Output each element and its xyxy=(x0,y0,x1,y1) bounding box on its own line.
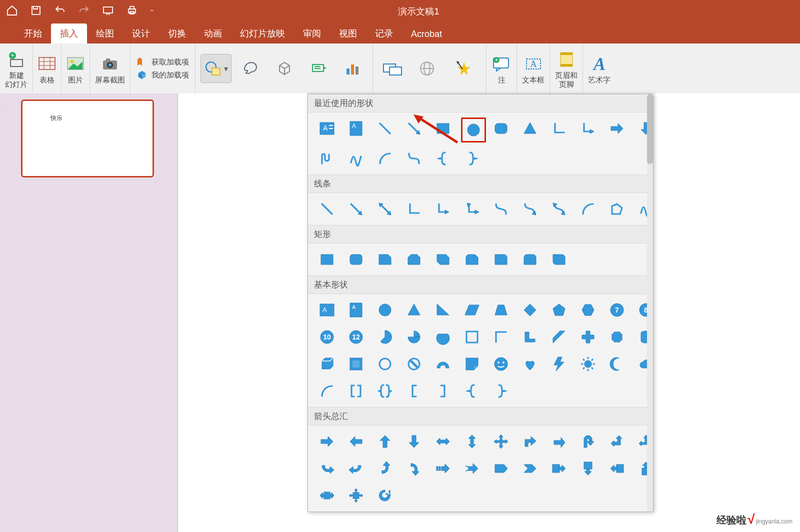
line-elbow-double[interactable] xyxy=(461,198,483,220)
shape-curve[interactable] xyxy=(403,148,425,170)
screenshot-button[interactable]: 屏幕截图 xyxy=(90,44,130,94)
basic-no-symbol[interactable] xyxy=(403,353,425,375)
tab-view[interactable]: 视图 xyxy=(330,24,366,44)
basic-right-triangle[interactable] xyxy=(432,299,454,321)
shape-arc[interactable] xyxy=(374,148,396,170)
line-elbow-arrow[interactable] xyxy=(432,198,454,220)
rect-round1[interactable] xyxy=(490,248,512,270)
arrow-circular[interactable] xyxy=(374,484,396,506)
basic-textbox-v[interactable]: A xyxy=(345,299,367,321)
line-arrow[interactable] xyxy=(345,198,367,220)
3d-models-button[interactable] xyxy=(270,54,300,82)
basic-block-arc[interactable] xyxy=(432,353,454,375)
save-icon[interactable] xyxy=(30,4,42,18)
tab-draw[interactable]: 绘图 xyxy=(87,24,123,44)
my-addins-button[interactable]: 我的加载项 xyxy=(136,70,189,80)
basic-brace-left[interactable] xyxy=(461,380,483,402)
redo-icon[interactable] xyxy=(78,4,90,18)
table-button[interactable]: 表格 xyxy=(33,44,62,94)
basic-half-frame[interactable] xyxy=(490,326,512,348)
arrow-right[interactable] xyxy=(316,430,338,452)
basic-textbox-h[interactable]: A xyxy=(316,299,338,321)
dropdown-scrollbar[interactable] xyxy=(647,94,653,512)
tab-acrobat[interactable]: Acrobat xyxy=(402,25,451,44)
arrow-callout-left[interactable] xyxy=(606,458,628,480)
shape-triangle[interactable] xyxy=(519,118,541,140)
line-elbow[interactable] xyxy=(403,198,425,220)
line-curve[interactable] xyxy=(577,198,599,220)
arrow-leftright[interactable] xyxy=(432,430,454,452)
basic-can[interactable] xyxy=(635,326,657,348)
line-double-arrow[interactable] xyxy=(374,198,396,220)
arrow-bent-up[interactable] xyxy=(548,430,570,452)
new-slide-button[interactable]: + 新建 幻灯片 xyxy=(0,44,33,94)
line-curve-arrow[interactable] xyxy=(519,198,541,220)
basic-lightning[interactable] xyxy=(548,353,570,375)
arrow-curved-left[interactable] xyxy=(345,458,367,480)
tab-review[interactable]: 审阅 xyxy=(294,24,330,44)
basic-donut[interactable] xyxy=(374,353,396,375)
arrow-uturn-right[interactable] xyxy=(577,430,599,452)
basic-trapezoid[interactable] xyxy=(490,299,512,321)
basic-diamond[interactable] xyxy=(519,299,541,321)
line-curve-double[interactable] xyxy=(548,198,570,220)
arrow-up[interactable] xyxy=(374,430,396,452)
arrow-chevron[interactable] xyxy=(519,458,541,480)
basic-heptagon[interactable]: 7 xyxy=(606,299,628,321)
basic-heart[interactable] xyxy=(519,353,541,375)
arrow-callout-right[interactable] xyxy=(548,458,570,480)
link-button[interactable] xyxy=(412,54,442,82)
icons-button[interactable] xyxy=(236,54,266,82)
smartart-button[interactable] xyxy=(304,54,334,82)
rect-snip2-diag[interactable] xyxy=(432,248,454,270)
arrow-left[interactable] xyxy=(345,430,367,452)
arrow-down[interactable] xyxy=(403,430,425,452)
wordart-button[interactable]: A 艺术字 xyxy=(583,44,616,94)
tab-insert[interactable]: 插入 xyxy=(51,24,87,44)
shape-textbox-h[interactable]: A xyxy=(316,118,338,140)
line-freeform[interactable] xyxy=(606,198,628,220)
comment-button[interactable]: + 注 xyxy=(486,44,517,94)
arrow-left-up[interactable] xyxy=(606,430,628,452)
shape-rounded-rect[interactable] xyxy=(490,118,512,140)
tab-design[interactable]: 设计 xyxy=(123,24,159,44)
basic-chord[interactable] xyxy=(432,326,454,348)
basic-moon[interactable] xyxy=(606,353,628,375)
arrow-pentagon[interactable] xyxy=(490,458,512,480)
basic-pentagon[interactable] xyxy=(548,299,570,321)
zoom-button[interactable] xyxy=(380,54,405,82)
shape-right-arrow[interactable] xyxy=(606,118,628,140)
picture-button[interactable]: 图片 xyxy=(62,44,90,94)
basic-octagon[interactable]: 8 xyxy=(635,299,657,321)
rect-snip2-same[interactable] xyxy=(403,248,425,270)
basic-plus[interactable] xyxy=(577,326,599,348)
chart-button[interactable] xyxy=(338,54,368,82)
line-curve-connector[interactable] xyxy=(490,198,512,220)
basic-bevel[interactable] xyxy=(345,353,367,375)
rect-round2-same[interactable] xyxy=(519,248,541,270)
basic-frame[interactable] xyxy=(461,326,483,348)
arrow-updown[interactable] xyxy=(461,430,483,452)
home-icon[interactable] xyxy=(6,4,18,18)
arrow-callout-leftright[interactable] xyxy=(316,484,338,506)
basic-smiley[interactable] xyxy=(490,353,512,375)
rect-plain[interactable] xyxy=(316,248,338,270)
basic-dodecagon[interactable]: 12 xyxy=(345,326,367,348)
textbox-button[interactable]: A 文本框 xyxy=(517,44,550,94)
customize-qat-icon[interactable]: ⁼ xyxy=(150,8,154,16)
basic-parallelogram[interactable] xyxy=(461,299,483,321)
basic-arc2[interactable] xyxy=(316,380,338,402)
shape-line[interactable] xyxy=(374,118,396,140)
basic-lshape[interactable] xyxy=(519,326,541,348)
basic-oval[interactable] xyxy=(374,299,396,321)
shape-brace-left[interactable] xyxy=(432,148,454,170)
basic-cube[interactable] xyxy=(316,353,338,375)
basic-triangle[interactable] xyxy=(403,299,425,321)
slide-thumbnails-panel[interactable]: 1 快乐 xyxy=(0,94,178,532)
rect-snip1[interactable] xyxy=(374,248,396,270)
basic-bracket-right[interactable] xyxy=(432,380,454,402)
print-icon[interactable] xyxy=(126,4,138,18)
basic-folded-corner[interactable] xyxy=(461,353,483,375)
line-straight[interactable] xyxy=(316,198,338,220)
tab-slideshow[interactable]: 幻灯片放映 xyxy=(231,24,294,44)
